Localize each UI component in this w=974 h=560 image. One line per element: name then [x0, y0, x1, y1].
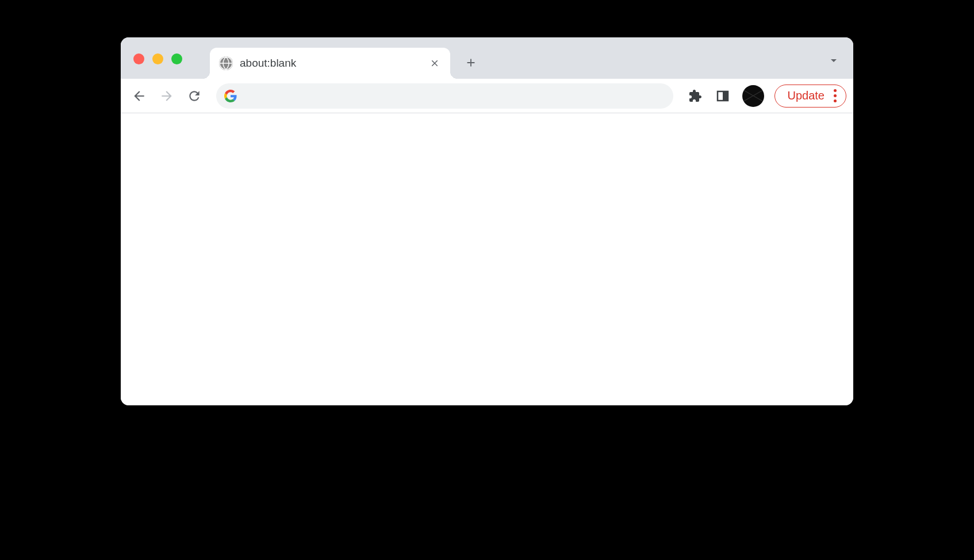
close-tab-button[interactable]	[428, 57, 441, 70]
tab-search-button[interactable]	[827, 53, 841, 70]
new-tab-button[interactable]	[463, 55, 479, 71]
reload-button[interactable]	[183, 85, 206, 108]
close-window-button[interactable]	[133, 53, 144, 64]
address-bar[interactable]	[216, 83, 673, 109]
minimize-window-button[interactable]	[152, 53, 163, 64]
profile-avatar[interactable]	[742, 85, 764, 107]
update-button[interactable]: Update	[774, 85, 847, 108]
forward-button[interactable]	[155, 85, 178, 108]
browser-tab[interactable]: about:blank	[210, 48, 450, 79]
side-panel-button[interactable]	[711, 85, 734, 108]
update-label: Update	[788, 89, 825, 102]
extensions-button[interactable]	[684, 85, 707, 108]
tab-title: about:blank	[240, 57, 421, 70]
globe-icon	[219, 56, 233, 70]
window-controls	[133, 53, 182, 64]
toolbar: Update	[121, 79, 853, 113]
tab-strip: about:blank	[121, 37, 853, 79]
page-content	[121, 113, 853, 405]
browser-window: about:blank	[121, 37, 853, 405]
back-button[interactable]	[128, 85, 151, 108]
maximize-window-button[interactable]	[171, 53, 182, 64]
google-icon	[224, 90, 237, 102]
more-vert-icon	[834, 89, 837, 102]
address-input[interactable]	[237, 90, 665, 102]
svg-rect-4	[723, 91, 728, 101]
